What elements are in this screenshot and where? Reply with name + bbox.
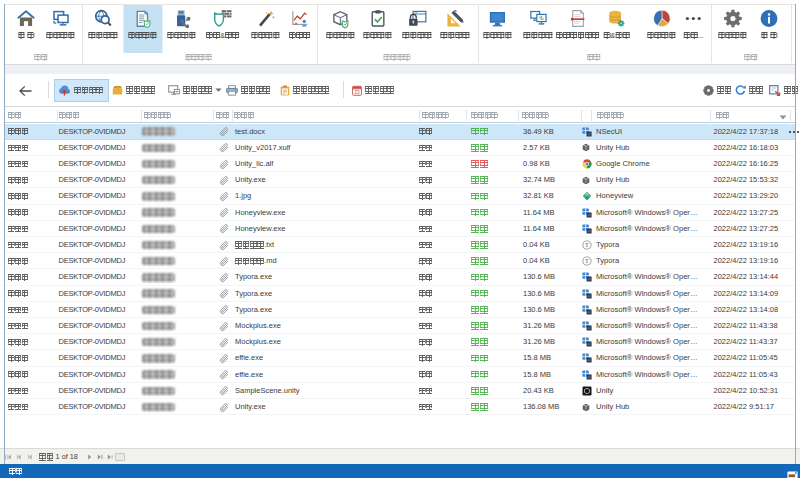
svg-text:T: T	[585, 258, 589, 265]
svg-text:23: 23	[354, 90, 360, 95]
svg-text:T: T	[585, 241, 589, 248]
